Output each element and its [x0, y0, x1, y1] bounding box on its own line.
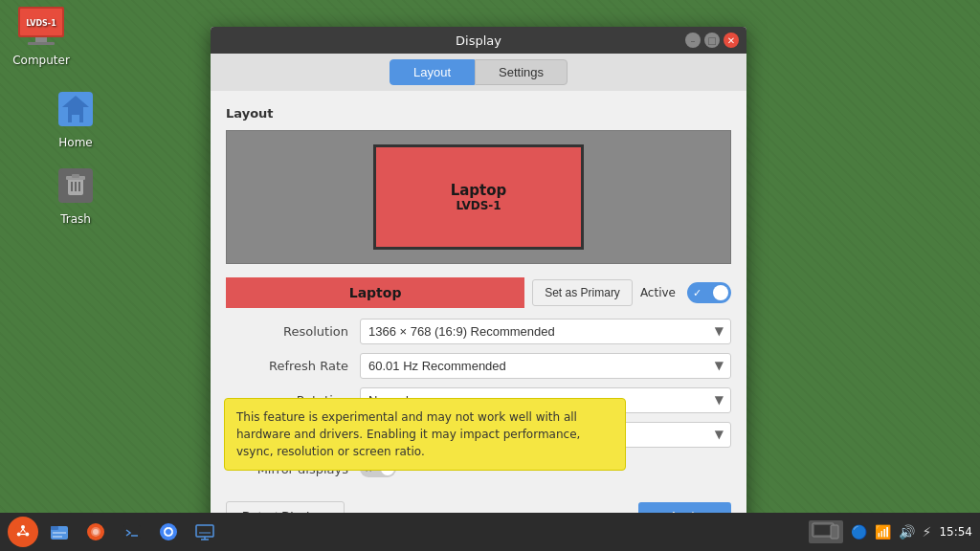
- desktop-icon-computer[interactable]: LVDS-1 Computer: [8, 4, 75, 69]
- svg-rect-37: [196, 525, 213, 537]
- monitor-row: Laptop Set as Primary Active ✓: [226, 277, 731, 308]
- display-indicator[interactable]: [809, 520, 843, 543]
- svg-rect-12: [72, 174, 79, 178]
- svg-rect-43: [831, 525, 838, 539]
- taskbar-browser-button[interactable]: [153, 517, 184, 547]
- clock: 15:54: [939, 525, 972, 539]
- tab-settings[interactable]: Settings: [475, 59, 568, 85]
- dialog-controls: – □ ✕: [685, 33, 739, 48]
- svg-rect-24: [51, 526, 58, 530]
- desktop-icon-home[interactable]: Home: [42, 86, 109, 151]
- taskbar-app2-button[interactable]: [80, 517, 111, 547]
- trash-icon: [53, 163, 99, 209]
- svg-point-29: [93, 529, 99, 535]
- desktop-icon-trash[interactable]: Trash: [42, 163, 109, 228]
- svg-rect-36: [160, 532, 177, 533]
- svg-point-18: [25, 533, 29, 537]
- taskbar: 🔵 📶 🔊 ⚡ 15:54: [0, 513, 980, 551]
- active-toggle[interactable]: ✓: [687, 282, 731, 303]
- home-icon: [53, 86, 99, 132]
- display-preview: Laptop LVDS-1: [226, 130, 731, 264]
- svg-rect-25: [53, 532, 66, 534]
- refresh-rate-label: Refresh Rate: [226, 359, 360, 373]
- resolution-dropdown[interactable]: 1366 × 768 (16:9) Recommended: [360, 319, 731, 344]
- resolution-label: Resolution: [226, 324, 360, 339]
- resolution-control: 1366 × 768 (16:9) Recommended ▼: [360, 319, 731, 344]
- bluetooth-icon: 🔵: [851, 524, 867, 540]
- trash-icon-label: Trash: [60, 212, 91, 228]
- ubuntu-menu-button[interactable]: [8, 517, 38, 547]
- monitor-name: Laptop: [451, 182, 507, 199]
- wifi-icon: 📶: [875, 524, 891, 540]
- tab-layout[interactable]: Layout: [390, 59, 475, 85]
- taskbar-right: 🔵 📶 🔊 ⚡ 15:54: [809, 520, 972, 543]
- close-button[interactable]: ✕: [724, 33, 739, 48]
- minimize-button[interactable]: –: [685, 33, 701, 48]
- refresh-rate-control: 60.01 Hz Recommended ▼: [360, 353, 731, 379]
- dialog-content: Layout Laptop LVDS-1 Laptop Set as Prima…: [211, 91, 746, 546]
- svg-rect-4: [28, 42, 55, 45]
- layout-section-label: Layout: [226, 106, 731, 121]
- svg-point-19: [17, 533, 21, 537]
- display-dialog: Display – □ ✕ Layout Settings Layout Lap…: [211, 27, 746, 546]
- svg-point-17: [21, 525, 25, 529]
- taskbar-files-button[interactable]: [44, 517, 75, 547]
- tab-bar: Layout Settings: [211, 54, 746, 91]
- refresh-rate-row: Refresh Rate 60.01 Hz Recommended ▼: [226, 352, 731, 379]
- svg-text:LVDS-1: LVDS-1: [26, 19, 56, 28]
- tooltip-text: This feature is experimental and may not…: [236, 410, 580, 458]
- svg-rect-26: [53, 536, 62, 538]
- taskbar-left: [8, 517, 220, 547]
- svg-rect-3: [35, 37, 47, 42]
- computer-icon: LVDS-1: [18, 4, 64, 50]
- active-label: Active: [640, 286, 676, 299]
- home-icon-label: Home: [58, 136, 92, 151]
- tooltip-box: This feature is experimental and may not…: [224, 398, 626, 471]
- taskbar-display-button[interactable]: [189, 517, 220, 547]
- maximize-button[interactable]: □: [704, 33, 720, 48]
- resolution-row: Resolution 1366 × 768 (16:9) Recommended…: [226, 318, 731, 344]
- monitor-tab-button[interactable]: Laptop: [226, 277, 524, 308]
- taskbar-terminal-button[interactable]: [117, 517, 147, 547]
- dialog-titlebar: Display – □ ✕: [211, 27, 746, 54]
- computer-icon-label: Computer: [12, 54, 70, 69]
- volume-icon: 🔊: [899, 524, 915, 540]
- svg-rect-30: [123, 525, 141, 539]
- set-primary-button[interactable]: Set as Primary: [532, 279, 633, 306]
- svg-rect-8: [72, 115, 79, 122]
- dialog-title: Display: [456, 33, 501, 48]
- monitor-id: LVDS-1: [456, 199, 501, 212]
- monitor-preview[interactable]: Laptop LVDS-1: [373, 144, 584, 250]
- svg-rect-42: [814, 525, 832, 535]
- power-icon: ⚡: [923, 524, 932, 540]
- refresh-rate-dropdown[interactable]: 60.01 Hz Recommended: [360, 353, 731, 379]
